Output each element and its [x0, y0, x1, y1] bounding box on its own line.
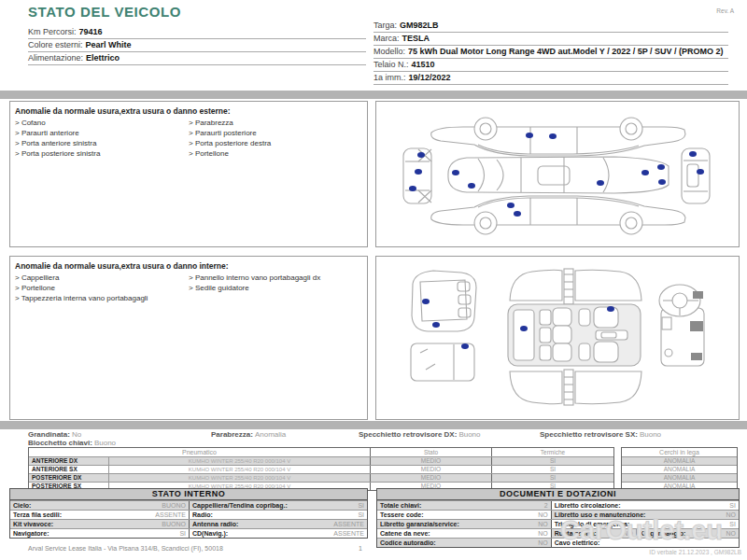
col-header-termiche: Termiche [491, 448, 613, 456]
anomaly-item: > Porta anteriore sinistra [15, 139, 189, 148]
interior-anomalies-col2: > Pannello interno vano portabagagli dx … [189, 273, 362, 304]
damage-dot [658, 179, 666, 185]
tire-row: ANTERIORE DX KUMHO WINTER 255/40 R20 000… [29, 456, 613, 465]
interior-damage-diagram-panel [375, 256, 740, 420]
tailgate-panel-view [411, 343, 474, 381]
car-left-side-view [431, 196, 685, 234]
tires-table: Pneumatico Stato Termiche ANTERIORE DX K… [28, 447, 614, 491]
cabin-top-view [508, 269, 641, 405]
exterior-anomalies-title: Anomalie da normale usura,extra usura o … [10, 102, 367, 119]
info-row-immatricolazione: 1a imm.:19/12/2022 [374, 72, 728, 85]
damage-dot [452, 170, 459, 175]
info-row-colore: Colore esterni:Pearl White [28, 39, 366, 52]
exterior-car-diagram [379, 105, 736, 244]
info-row-modello: Modello:75 kWh Dual Motor Long Range 4WD… [374, 46, 728, 59]
tire-row: ANTERIORE SX KUMHO WINTER 255/40 R20 000… [29, 465, 613, 473]
damage-dot [461, 343, 469, 349]
cerchi-row: ANOMALIA [622, 456, 737, 465]
info-row-telaio: Telaio N.:41510 [374, 59, 728, 72]
damage-dot [422, 299, 430, 304]
revision-label: Rev. A [716, 7, 734, 14]
cerchi-row: ANOMALIA [622, 465, 737, 473]
kv-row: Navigatore:SI CD(Navig.):ASSENTE [10, 528, 367, 538]
damage-dot [549, 133, 557, 139]
info-row-alimentazione: Alimentazione:Elettrico [28, 52, 366, 65]
tires-table-header: Pneumatico Stato Termiche [29, 448, 613, 456]
car-right-side-view [431, 118, 685, 156]
interior-anomalies-panel: Anomalie da normale usura,extra usura o … [9, 256, 368, 420]
footer-company-address: Arval Service Lease Italia - Via Pisana … [28, 545, 223, 552]
vehicle-report-page: STATO DEL VEICOLO Rev. A Km Percorsi:794… [0, 0, 747, 560]
car-top-view [448, 157, 669, 193]
anomaly-item: > Porta posteriore sinistra [15, 149, 189, 159]
damage-dot [432, 322, 440, 328]
info-row-km: Km Percorsi:79416 [28, 26, 366, 39]
anomaly-item: > Porta posteriore destra [189, 139, 362, 148]
stato-interno-table: STATO INTERNO Cielo:BUONO Cappelliera/Te… [9, 488, 368, 539]
exterior-anomalies-col2: > Parabrezza > Paraurti posteriore > Por… [189, 119, 362, 160]
anomaly-item: > Cofano [15, 119, 189, 128]
damage-dot [520, 326, 528, 331]
interior-car-diagram [379, 259, 736, 416]
info-row-targa: Targa:GM982LB [374, 20, 728, 33]
vehicle-info-left: Km Percorsi:79416 Colore esterni:Pearl W… [28, 26, 366, 65]
page-title: STATO DEL VEICOLO [28, 4, 181, 20]
damage-dot [526, 133, 533, 138]
tire-row: POSTERIORE DX KUMHO WINTER 255/40 R20 00… [29, 473, 613, 482]
exterior-anomalies-col1: > Cofano > Paraurti anteriore > Porta an… [15, 119, 189, 160]
kv-row: Kit vivavoce:BUONO Antenna radio:ASSENTE [10, 519, 367, 528]
anomaly-item: > Sedile guidatore [189, 284, 362, 293]
info-row-marca: Marca:TESLA [374, 33, 728, 46]
stato-interno-title: STATO INTERNO [10, 489, 367, 500]
cerchi-row: ANOMALIA [622, 473, 737, 482]
damage-dot [507, 203, 514, 208]
anomaly-item: > Paraurti posteriore [189, 129, 362, 138]
damage-dot [657, 164, 665, 170]
col-header-pneumatico: Pneumatico [29, 448, 370, 456]
anomaly-item: > Tappezzeria interna vano portabagagli [15, 294, 189, 303]
damage-dot [514, 211, 521, 217]
damage-dot [689, 151, 697, 157]
anomaly-item: > Cappelliera [15, 273, 189, 283]
exterior-damage-diagram-panel [375, 101, 740, 247]
col-header-cerchi: Cerchi in lega [622, 448, 737, 456]
col-header-stato: Stato [370, 448, 491, 456]
anomaly-item: > Paraurti anteriore [15, 129, 189, 138]
anomaly-item: > Portellone [189, 149, 362, 159]
status-blocchetto-chiavi: Blocchetto chiavi:Buono [28, 439, 116, 447]
kv-row: Terza fila sedili:ASSENTE Radio:SI [10, 510, 367, 519]
caroutlet-watermark: CarOutlet.eu [540, 515, 743, 546]
kv-row: Totale chiavi:2 Libretto circolazione:SI [377, 500, 739, 510]
damage-dot [607, 306, 614, 312]
trunk-interior-view [412, 271, 476, 331]
exterior-anomalies-panel: Anomalie da normale usura,extra usura o … [9, 101, 368, 247]
documenti-title: DOCUMENTI E DOTAZIONI [377, 489, 739, 500]
dashboard-view [659, 285, 704, 366]
damage-dot [641, 170, 649, 175]
damage-dot [417, 152, 425, 158]
damage-dot [697, 169, 704, 175]
interior-anomalies-col1: > Cappelliera > Portellone > Tappezzeria… [15, 273, 189, 304]
section-divider-bottom [0, 421, 747, 429]
status-parabrezza: Parabrezza:Anomalia [211, 430, 286, 439]
car-rear-view [682, 148, 710, 203]
anomaly-item: > Portellone [15, 284, 189, 293]
footer-document-id: ID verbale 21.12.2023 , GM982LB [649, 549, 741, 555]
vehicle-info-right: Targa:GM982LB Marca:TESLA Modello:75 kWh… [374, 20, 728, 85]
status-grandinata: Grandinata:No [28, 430, 81, 439]
section-divider-top [0, 91, 747, 99]
damage-dot [409, 186, 416, 191]
status-specchietto-dx: Specchietto retrovisore DX:Buono [359, 430, 481, 439]
damage-dot [415, 169, 422, 175]
status-specchietto-sx: Specchietto retrovisore SX:Buono [540, 430, 661, 439]
damage-dot [597, 180, 604, 186]
interior-anomalies-title: Anomalie da normale usura,extra usura o … [10, 257, 367, 273]
anomaly-item: > Pannello interno vano portabagagli dx [189, 273, 362, 283]
anomaly-item: > Parabrezza [189, 119, 362, 128]
car-front-view [403, 148, 431, 203]
footer-page-number: 1 [359, 545, 362, 552]
alloy-wheels-table: Cerchi in lega ANOMALIA ANOMALIA ANOMALI… [621, 447, 738, 491]
kv-row: Cielo:BUONO Cappelliera/Tendina copribag… [10, 500, 367, 510]
damage-dot [468, 183, 475, 189]
